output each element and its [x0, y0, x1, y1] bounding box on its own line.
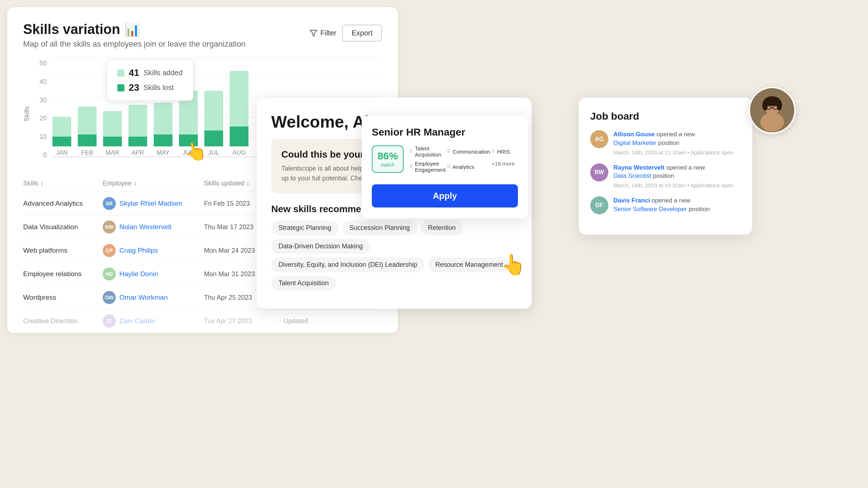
skill-hris: ⠿ HRIS: [492, 145, 518, 158]
job-avatar-ag: AG: [590, 130, 608, 148]
skill-tag-resource[interactable]: Resource Management: [428, 257, 510, 272]
y-axis-label: Skills: [23, 106, 31, 121]
added-count: 41: [129, 67, 139, 78]
skill-tag-talent[interactable]: Talent Acquisition: [271, 276, 336, 291]
skill-tag-succession[interactable]: Succession Planning: [342, 221, 417, 235]
bar-feb[interactable]: FEB: [78, 107, 97, 157]
page-subtitle: Map of all the skills as employees join …: [23, 39, 246, 49]
table-row: Creative Direction ZC Zain Carder Tue Ap…: [23, 309, 382, 333]
cursor-hand-apply: 👆: [501, 253, 526, 277]
avatar: NW: [103, 221, 116, 234]
avatar: CP: [103, 244, 116, 257]
svg-marker-0: [310, 30, 317, 36]
skill-talent-acquisition: ⠿ Talent Acquisition: [409, 145, 446, 158]
col-header-employee: Employee ↕: [103, 180, 204, 187]
skill-tag-dei[interactable]: Diversity, Equity, and Inclusion (DEI) L…: [271, 257, 425, 272]
y-tick-30: 30: [34, 97, 47, 104]
job-entry-rayna: RW Rayna Westervelt opened a new Data Sc…: [590, 163, 741, 189]
added-label: Skills added: [144, 69, 183, 77]
match-label: match: [378, 162, 398, 168]
plus-more: +16 more: [492, 160, 518, 173]
avatar: OW: [103, 291, 116, 304]
chart-icon: 📊: [124, 22, 140, 37]
page-title: Skills variation 📊: [23, 22, 246, 37]
job-avatar-df: DF: [590, 196, 608, 214]
filter-button[interactable]: Filter: [310, 29, 336, 37]
skill-tag-retention[interactable]: Retention: [421, 221, 463, 235]
skill-employee-engagement: ⠿ Employee Engagement: [409, 160, 446, 173]
svg-point-10: [776, 100, 782, 111]
lost-count: 23: [129, 82, 139, 93]
avatar: ZC: [103, 314, 116, 328]
bar-may[interactable]: MAY: [154, 103, 173, 157]
y-tick-50: 50: [34, 60, 47, 67]
job-card-title: Senior HR Manager: [372, 127, 518, 138]
skill-tag-strategic[interactable]: Strategic Planning: [271, 221, 339, 235]
job-card: Senior HR Manager 86% match ⠿ Talent Acq…: [362, 116, 528, 218]
job-entry-davis: DF Davis Franci opened a new Senior Soft…: [590, 196, 741, 214]
lost-label: Skills lost: [144, 84, 174, 92]
skill-analytics: ⠿ Analytics: [447, 160, 490, 173]
skill-communication: ⠿ Communication: [447, 145, 490, 158]
bar-jul[interactable]: JUL: [204, 91, 223, 157]
bar-aug[interactable]: AUG: [230, 71, 248, 157]
y-tick-40: 40: [34, 78, 47, 86]
match-percentage: 86%: [378, 150, 398, 162]
lost-dot: [117, 84, 124, 91]
user-avatar: [749, 87, 796, 134]
y-tick-0: 0: [34, 151, 47, 159]
y-tick-10: 10: [34, 133, 47, 141]
bar-mar[interactable]: MAR: [103, 111, 122, 157]
added-dot: [117, 69, 124, 77]
bar-jan[interactable]: JAN: [52, 117, 71, 157]
apply-button[interactable]: Apply: [372, 184, 518, 207]
y-tick-20: 20: [34, 115, 47, 122]
filter-icon: [310, 29, 318, 37]
match-badge: 86% match: [372, 145, 404, 173]
export-button[interactable]: Export: [342, 25, 382, 42]
avatar: SR: [103, 197, 116, 210]
user-avatar-image: [750, 87, 794, 134]
col-header-skill: Skills ↕: [23, 180, 103, 187]
skill-tag-data-driven[interactable]: Data-Driven Decision Making: [271, 239, 370, 254]
job-skills-grid: ⠿ Talent Acquisition ⠿ Communication ⠿ H…: [409, 145, 518, 173]
svg-point-9: [762, 100, 768, 111]
cursor-hand: 👆: [183, 139, 208, 164]
job-avatar-rw: RW: [590, 163, 608, 181]
svg-point-3: [760, 113, 784, 132]
job-board-title: Job board: [590, 111, 741, 122]
job-board-card: Job board AG Allison Gouse opened a new …: [579, 98, 752, 235]
avatar: HD: [103, 267, 116, 281]
skills-tags: Strategic Planning Succession Planning R…: [271, 221, 517, 291]
chart-tooltip: 41 Skills added 23 Skills lost: [107, 60, 193, 101]
job-entry-allison: AG Allison Gouse opened a new Digital Ma…: [590, 130, 741, 156]
bar-apr[interactable]: APR: [128, 105, 147, 157]
